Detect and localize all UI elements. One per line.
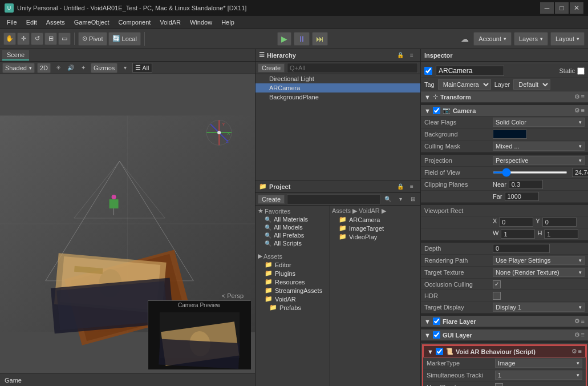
assets-editor[interactable]: 📁 Editor (256, 260, 329, 269)
fov-slider[interactable] (493, 171, 567, 174)
project-view-icon[interactable]: ⊞ (408, 194, 418, 204)
flare-settings-icon[interactable]: ⚙ (574, 317, 580, 325)
menu-assets[interactable]: Assets (42, 18, 70, 27)
tab-scene[interactable]: Scene (2, 50, 29, 61)
flare-menu-icon[interactable]: ≡ (581, 317, 585, 325)
fav-all-models[interactable]: 🔍 All Models (256, 223, 329, 231)
hdr-checkbox[interactable] (493, 292, 501, 300)
close-button[interactable]: ✕ (570, 2, 583, 14)
gui-menu-icon[interactable]: ≡ (581, 331, 585, 339)
clear-flags-dropdown[interactable]: Solid Color (493, 118, 585, 127)
void-ar-component-header[interactable]: ▼ 📜 Void AR Behaviour (Script) ⚙ ≡ (423, 345, 586, 357)
marker-type-dropdown[interactable]: Image (495, 359, 582, 368)
project-search[interactable] (287, 194, 380, 204)
scale-tool[interactable]: ⊞ (44, 33, 57, 45)
gui-enabled-checkbox[interactable] (433, 331, 440, 339)
assets-resources[interactable]: 📁 Resources (256, 278, 329, 286)
target-texture-dropdown[interactable]: None (Render Texture) (493, 268, 585, 277)
hierarchy-menu-icon[interactable]: ≡ (407, 50, 417, 61)
tree-item-directional-light[interactable]: Directional Light (256, 74, 420, 83)
near-input[interactable] (509, 180, 543, 189)
rect-tool[interactable]: ▭ (58, 33, 71, 45)
camera-menu-icon[interactable]: ≡ (581, 107, 585, 114)
cloud-icon[interactable]: ☁ (459, 34, 471, 43)
assets-streaming[interactable]: 📁 StreamingAssets (256, 286, 329, 295)
fav-all-materials[interactable]: 🔍 All Materials (256, 215, 329, 223)
fx-icon[interactable]: ✦ (78, 63, 88, 73)
camera-settings-icon[interactable]: ⚙ (574, 107, 580, 114)
dropdown-scene-icon[interactable]: ▾ (120, 63, 130, 73)
hierarchy-create-button[interactable]: Create (258, 63, 285, 73)
audio-icon[interactable]: 🔊 (66, 63, 76, 73)
assets-voidar-prefabs[interactable]: 📁 Prefabs (256, 303, 329, 312)
all-layers-dropdown[interactable]: ☰ All (132, 63, 152, 73)
w-input[interactable] (501, 230, 535, 239)
layout-dropdown[interactable]: Layout (550, 32, 585, 46)
lighting-icon[interactable]: ☀ (53, 63, 63, 73)
hierarchy-lock-icon[interactable]: 🔒 (395, 50, 405, 61)
far-input[interactable] (505, 192, 539, 201)
menu-voidar[interactable]: VoidAR (155, 18, 185, 27)
tree-item-arcamera[interactable]: ARCamera (256, 83, 420, 93)
object-name-input[interactable] (436, 66, 504, 76)
shading-dropdown[interactable]: Shaded (2, 63, 35, 73)
menu-gameobject[interactable]: GameObject (70, 18, 114, 27)
transform-menu-icon[interactable]: ≡ (581, 93, 585, 100)
pause-button[interactable]: ⏸ (294, 32, 310, 46)
move-tool[interactable]: ✛ (17, 33, 30, 45)
target-display-dropdown[interactable]: Display 1 (493, 303, 585, 312)
tree-item-backgroundplane[interactable]: BackgroundPlane (256, 93, 420, 102)
fav-all-scripts[interactable]: 🔍 All Scripts (256, 239, 329, 247)
local-button[interactable]: 🔄 Local (108, 32, 141, 46)
rotate-tool[interactable]: ↺ (31, 33, 43, 45)
y-input[interactable] (542, 218, 577, 227)
hand-tool[interactable]: ✋ (3, 33, 16, 45)
camera-component-header[interactable]: ▼ 📷 Camera ⚙ ≡ (421, 105, 588, 116)
menu-file[interactable]: File (2, 18, 22, 27)
projection-dropdown[interactable]: Perspective (493, 156, 585, 165)
simultaneous-dropdown[interactable]: 1 (495, 371, 582, 380)
game-tab[interactable]: Game (0, 373, 255, 386)
project-search-icon[interactable]: 🔍 (383, 194, 393, 204)
x-input[interactable] (499, 218, 533, 227)
account-dropdown[interactable]: Account (473, 32, 512, 46)
assets-plugins[interactable]: 📁 Plugins (256, 269, 329, 278)
project-videoplay-folder[interactable]: 📁 VideoPlay (330, 232, 420, 241)
culling-mask-dropdown[interactable]: Mixed ... (493, 142, 585, 151)
assets-voidar[interactable]: 📁 VoidAR (256, 295, 329, 303)
project-create-button[interactable]: Create (258, 195, 285, 204)
gizmos-button[interactable]: Gizmos (91, 63, 117, 73)
h-input[interactable] (544, 230, 578, 239)
project-filter-icon[interactable]: ▾ (395, 194, 405, 204)
static-checkbox[interactable] (577, 67, 585, 75)
menu-help[interactable]: Help (217, 18, 239, 27)
menu-component[interactable]: Component (113, 18, 155, 27)
flare-component-header[interactable]: ▼ Flare Layer ⚙ ≡ (421, 316, 588, 327)
maximize-button[interactable]: □ (555, 2, 569, 14)
occlusion-checkbox[interactable] (493, 280, 501, 288)
background-color-picker[interactable] (493, 130, 527, 139)
project-lock-icon[interactable]: 🔒 (395, 182, 405, 192)
step-button[interactable]: ⏭ (312, 32, 328, 46)
void-ar-enabled-checkbox[interactable] (436, 348, 443, 355)
layer-dropdown[interactable]: Default (513, 79, 550, 90)
void-ar-menu-icon[interactable]: ≡ (578, 348, 582, 355)
flare-enabled-checkbox[interactable] (433, 317, 440, 325)
hierarchy-search[interactable] (287, 63, 418, 73)
minimize-button[interactable]: ─ (540, 2, 554, 14)
use-cloud-checkbox[interactable] (495, 383, 503, 387)
layers-dropdown[interactable]: Layers (514, 32, 548, 46)
project-imagetarget-folder[interactable]: 📁 ImageTarget (330, 224, 420, 232)
gui-settings-icon[interactable]: ⚙ (574, 331, 580, 339)
gui-component-header[interactable]: ▼ GUI Layer ⚙ ≡ (421, 329, 588, 341)
play-button[interactable]: ▶ (277, 32, 291, 46)
pivot-button[interactable]: ⊙ Pivot (78, 32, 107, 46)
fav-all-prefabs[interactable]: 🔍 All Prefabs (256, 231, 329, 239)
menu-edit[interactable]: Edit (22, 18, 42, 27)
camera-enabled-checkbox[interactable] (433, 107, 440, 114)
fov-input[interactable] (572, 168, 588, 177)
scene-view[interactable]: Y X Z < Persp Camera Preview (0, 74, 255, 373)
tag-dropdown[interactable]: MainCamera (438, 79, 491, 90)
2d-button[interactable]: 2D (37, 63, 51, 73)
menu-window[interactable]: Window (185, 18, 217, 27)
